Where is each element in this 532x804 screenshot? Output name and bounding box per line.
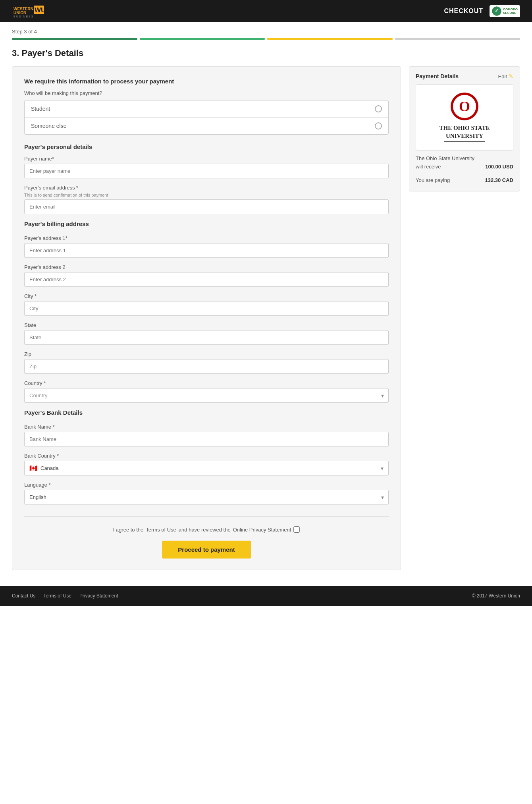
zip-label: Zip — [24, 351, 389, 357]
svg-text:✓: ✓ — [495, 8, 499, 14]
you-are-paying-row: You are paying 132.30 CAD — [416, 176, 513, 185]
city-field-group: City * — [24, 293, 389, 316]
address2-input[interactable] — [24, 272, 389, 287]
content-layout: We require this information to process y… — [12, 66, 520, 570]
radio-option-someone[interactable]: Someone else — [25, 117, 388, 134]
footer-copyright: © 2017 Western Union — [472, 593, 520, 599]
proceed-button[interactable]: Proceed to payment — [162, 541, 251, 559]
osu-logo: O The Ohio StateUniversity — [439, 93, 490, 142]
bank-name-field-group: Bank Name * — [24, 424, 389, 446]
western-union-logo: WESTERN UNION WU BUSINESS — [12, 4, 48, 18]
osu-letter-circle: O — [451, 93, 478, 120]
radio-option-student[interactable]: Student — [25, 100, 388, 117]
svg-text:WU: WU — [35, 6, 46, 14]
payer-email-sublabel: This is to send confirmation of this pay… — [24, 193, 389, 197]
svg-text:BUSINESS: BUSINESS — [13, 15, 34, 18]
agreement-prefix: I agree to the — [113, 527, 144, 533]
payer-email-field-group: Payer's email address * This is to send … — [24, 185, 389, 214]
terms-link[interactable]: Terms of Use — [146, 527, 176, 533]
you-are-paying-amount: 132.30 CAD — [485, 177, 513, 183]
progress-seg-3 — [267, 38, 393, 40]
footer-links: Contact Us Terms of Use Privacy Statemen… — [12, 593, 118, 599]
address2-field-group: Payer's address 2 — [24, 264, 389, 287]
language-select[interactable]: English — [24, 490, 389, 504]
radio-student-label: Student — [31, 106, 50, 112]
progress-seg-4 — [395, 38, 520, 40]
privacy-link[interactable]: Online Privacy Statement — [233, 527, 291, 533]
will-receive-row: will receive 100.00 USD — [416, 162, 513, 173]
state-input[interactable] — [24, 330, 389, 345]
logo: WESTERN UNION WU BUSINESS — [12, 4, 48, 18]
zip-field-group: Zip — [24, 351, 389, 374]
address1-input[interactable] — [24, 243, 389, 258]
footer-terms-use[interactable]: Terms of Use — [43, 593, 71, 599]
footer-privacy[interactable]: Privacy Statement — [79, 593, 118, 599]
billing-section-heading: Payer's billing address — [24, 220, 389, 227]
bank-country-label: Bank Country * — [24, 453, 389, 459]
osu-university-name: The Ohio StateUniversity — [439, 124, 490, 140]
progress-section: Step 3 of 4 — [0, 22, 532, 40]
country-label: Country * — [24, 380, 389, 386]
edit-label: Edit — [498, 73, 507, 79]
will-receive-amount: 100.00 USD — [485, 164, 513, 170]
country-select-wrapper: Country — [24, 388, 389, 403]
payer-type-radio-group: Student Someone else — [24, 100, 389, 135]
agreement-row: I agree to the Terms of Use and have rev… — [24, 526, 389, 533]
progress-seg-2 — [140, 38, 265, 40]
main-content: 3. Payer's Details We require this infor… — [0, 40, 532, 586]
state-field-group: State — [24, 322, 389, 345]
step-label: Step 3 of 4 — [12, 29, 520, 35]
osu-underline — [444, 141, 485, 142]
payment-panel-header: Payment Details Edit ✎ — [416, 73, 513, 79]
payer-name-input[interactable] — [24, 164, 389, 178]
university-logo-box: O The Ohio StateUniversity — [416, 84, 513, 151]
radio-student-circle[interactable] — [375, 105, 382, 112]
comodo-badge: ✓ COMODO SECURE — [490, 5, 520, 17]
edit-button[interactable]: Edit ✎ — [498, 73, 513, 79]
bank-name-label: Bank Name * — [24, 424, 389, 430]
payment-panel-title: Payment Details — [416, 73, 459, 79]
form-panel: We require this information to process y… — [12, 66, 401, 570]
agreement-middle: and have reviewed the — [179, 527, 231, 533]
bank-section-heading: Payer's Bank Details — [24, 409, 389, 416]
you-are-paying-label: You are paying — [416, 177, 450, 183]
language-field-group: Language * English — [24, 482, 389, 504]
country-select[interactable]: Country — [24, 388, 389, 403]
payer-email-input[interactable] — [24, 199, 389, 214]
footer-contact-us[interactable]: Contact Us — [12, 593, 35, 599]
footer: Contact Us Terms of Use Privacy Statemen… — [0, 586, 532, 606]
header-right: CHECKOUT ✓ COMODO SECURE — [444, 5, 520, 17]
form-intro: We require this information to process y… — [24, 78, 389, 85]
progress-seg-1 — [12, 38, 137, 40]
comodo-shield-icon: ✓ — [492, 6, 501, 16]
payer-email-label: Payer's email address * — [24, 185, 389, 191]
payment-panel: Payment Details Edit ✎ O The Ohio StateU… — [409, 66, 520, 191]
city-label: City * — [24, 293, 389, 299]
state-label: State — [24, 322, 389, 328]
recipient-university-name: The Ohio State University — [416, 155, 513, 161]
page-title: 3. Payer's Details — [12, 48, 520, 58]
radio-someone-circle[interactable] — [375, 122, 382, 129]
address1-label: Payer's address 1* — [24, 235, 389, 241]
form-question: Who will be making this payment? — [24, 90, 389, 96]
personal-section-heading: Payer's personal details — [24, 143, 389, 150]
agreement-checkbox[interactable] — [293, 526, 300, 533]
language-label: Language * — [24, 482, 389, 488]
zip-input[interactable] — [24, 359, 389, 374]
address1-field-group: Payer's address 1* — [24, 235, 389, 258]
canada-flag-icon: 🇨🇦 — [29, 464, 37, 472]
language-select-wrapper: English — [24, 490, 389, 504]
bank-name-input[interactable] — [24, 432, 389, 446]
bank-country-select[interactable]: Canada — [40, 461, 384, 475]
address2-label: Payer's address 2 — [24, 264, 389, 270]
payer-name-field-group: Payer name* — [24, 156, 389, 178]
will-receive-label: will receive — [416, 164, 441, 170]
radio-someone-label: Someone else — [31, 123, 67, 129]
comodo-text: COMODO SECURE — [503, 8, 518, 15]
osu-O-letter: O — [459, 99, 470, 114]
checkout-label: CHECKOUT — [444, 8, 483, 15]
edit-pencil-icon: ✎ — [509, 73, 513, 79]
bank-country-field-group: Bank Country * 🇨🇦 Canada — [24, 453, 389, 475]
city-input[interactable] — [24, 301, 389, 316]
country-field-group: Country * Country — [24, 380, 389, 403]
